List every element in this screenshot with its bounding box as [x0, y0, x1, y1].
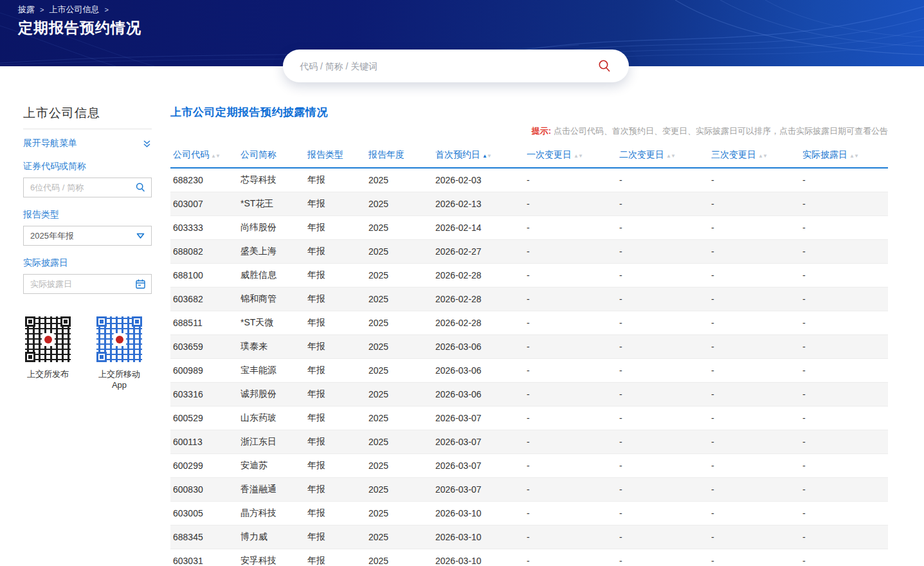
page-title: 定期报告预约情况 — [18, 18, 141, 38]
cell-first: 2026-03-10 — [433, 549, 524, 566]
cell-name: *ST天微 — [238, 311, 305, 334]
cell-year: 2025 — [366, 168, 433, 192]
filter-security-code-label: 证券代码或简称 — [23, 161, 152, 172]
cell-actual: - — [800, 525, 888, 549]
cell-chg3: - — [709, 239, 800, 263]
cell-code[interactable]: 603659 — [170, 334, 238, 358]
sort-arrows-icon[interactable]: ▲▼ — [666, 149, 675, 160]
cell-year: 2025 — [366, 477, 433, 501]
qr-sse-release: 上交所发布 — [23, 315, 73, 390]
cell-code[interactable]: 603005 — [170, 501, 238, 525]
column-header-first[interactable]: 首次预约日▲▼ — [433, 145, 524, 168]
filter-report-type-label: 报告类型 — [23, 209, 152, 221]
cell-code[interactable]: 600113 — [170, 430, 238, 453]
cell-chg2: - — [617, 263, 709, 287]
hint-label: 提示: — [532, 126, 551, 136]
cell-year: 2025 — [366, 358, 433, 382]
filter-actual-disclosure-date: 实际披露日 — [23, 257, 152, 294]
cell-code[interactable]: 688345 — [170, 525, 238, 549]
cell-year: 2025 — [366, 453, 433, 477]
cell-code[interactable]: 603682 — [170, 287, 238, 311]
cell-chg1: - — [524, 239, 617, 263]
cell-first: 2026-02-28 — [433, 287, 524, 311]
cell-actual: - — [800, 358, 888, 382]
column-header-chg1[interactable]: 一次变更日▲▼ — [524, 145, 617, 168]
column-header-chg3[interactable]: 三次变更日▲▼ — [709, 145, 800, 168]
table-row: 603333尚纬股份年报20252026-02-14---- — [170, 215, 888, 239]
cell-chg2: - — [617, 501, 709, 525]
sort-arrows-icon[interactable]: ▲▼ — [574, 149, 583, 160]
cell-actual: - — [800, 549, 888, 566]
cell-first: 2026-03-10 — [433, 525, 524, 549]
cell-type: 年报 — [305, 382, 366, 406]
cell-code[interactable]: 600299 — [170, 453, 238, 477]
cell-year: 2025 — [366, 215, 433, 239]
cell-chg3: - — [709, 501, 800, 525]
cell-code[interactable]: 600989 — [170, 358, 238, 382]
breadcrumb-item-disclosure[interactable]: 披露 — [18, 4, 35, 15]
sort-arrows-icon[interactable]: ▲▼ — [758, 149, 767, 160]
cell-name: *ST花王 — [238, 192, 305, 215]
cell-chg1: - — [524, 263, 617, 287]
cell-code[interactable]: 688230 — [170, 168, 238, 192]
cell-type: 年报 — [305, 239, 366, 263]
table-row: 600989宝丰能源年报20252026-03-06---- — [170, 358, 888, 382]
breadcrumb-item-listed-company-info[interactable]: 上市公司信息 — [49, 4, 99, 15]
cell-chg2: - — [617, 477, 709, 501]
breadcrumb: 披露 > 上市公司信息 > — [18, 4, 109, 15]
cell-code[interactable]: 603316 — [170, 382, 238, 406]
cell-chg2: - — [617, 406, 709, 430]
cell-code[interactable]: 603333 — [170, 215, 238, 239]
cell-chg3: - — [709, 311, 800, 334]
triangle-down-icon — [135, 230, 146, 241]
security-code-input[interactable] — [30, 183, 135, 192]
cell-first: 2026-03-07 — [433, 406, 524, 430]
cell-chg3: - — [709, 382, 800, 406]
cell-actual: - — [800, 453, 888, 477]
table-row: 600299安迪苏年报20252026-03-07---- — [170, 453, 888, 477]
sort-arrows-icon[interactable]: ▲▼ — [482, 149, 491, 160]
cell-code[interactable]: 600830 — [170, 477, 238, 501]
expand-nav-menu[interactable]: 展开导航菜单 — [23, 138, 152, 149]
cell-year: 2025 — [366, 382, 433, 406]
search-icon[interactable] — [135, 182, 146, 193]
cell-code[interactable]: 688082 — [170, 239, 238, 263]
cell-chg3: - — [709, 287, 800, 311]
cell-code[interactable]: 603007 — [170, 192, 238, 215]
search-icon[interactable] — [597, 59, 612, 74]
cell-chg1: - — [524, 215, 617, 239]
sort-arrows-icon[interactable]: ▲▼ — [211, 149, 220, 160]
cell-first: 2026-02-28 — [433, 311, 524, 334]
main-content: 上市公司定期报告预约披露情况 提示:点击公司代码、首次预约日、变更日、实际披露日… — [170, 66, 888, 566]
column-header-actual[interactable]: 实际披露日▲▼ — [800, 145, 888, 168]
cell-chg2: - — [617, 453, 709, 477]
actual-disclosure-date-input[interactable] — [30, 279, 135, 289]
global-search-input[interactable] — [300, 61, 597, 71]
sort-hint: 提示:点击公司代码、首次预约日、变更日、实际披露日可以排序，点击实际披露日期可查… — [170, 125, 888, 137]
cell-actual: - — [800, 382, 888, 406]
breadcrumb-separator-icon: > — [40, 6, 44, 14]
hint-text: 点击公司代码、首次预约日、变更日、实际披露日可以排序，点击实际披露日期可查看公告 — [554, 126, 888, 136]
cell-code[interactable]: 600529 — [170, 406, 238, 430]
cell-type: 年报 — [305, 477, 366, 501]
cell-code[interactable]: 603031 — [170, 549, 238, 566]
cell-chg2: - — [617, 549, 709, 566]
report-type-select[interactable]: 2025年年报 — [23, 226, 152, 246]
calendar-icon[interactable] — [135, 278, 146, 289]
cell-name: 盛美上海 — [238, 239, 305, 263]
column-header-chg2[interactable]: 二次变更日▲▼ — [617, 145, 709, 168]
cell-type: 年报 — [305, 358, 366, 382]
column-header-code[interactable]: 公司代码▲▼ — [170, 145, 238, 168]
cell-type: 年报 — [305, 525, 366, 549]
sidebar-title: 上市公司信息 — [23, 105, 152, 122]
sort-arrows-icon[interactable]: ▲▼ — [849, 149, 858, 160]
cell-first: 2026-03-07 — [433, 430, 524, 453]
cell-code[interactable]: 688100 — [170, 263, 238, 287]
cell-type: 年报 — [305, 311, 366, 334]
cell-year: 2025 — [366, 192, 433, 215]
cell-chg1: - — [524, 358, 617, 382]
cell-code[interactable]: 688511 — [170, 311, 238, 334]
cell-chg1: - — [524, 525, 617, 549]
cell-name: 安迪苏 — [238, 453, 305, 477]
cell-chg1: - — [524, 168, 617, 192]
